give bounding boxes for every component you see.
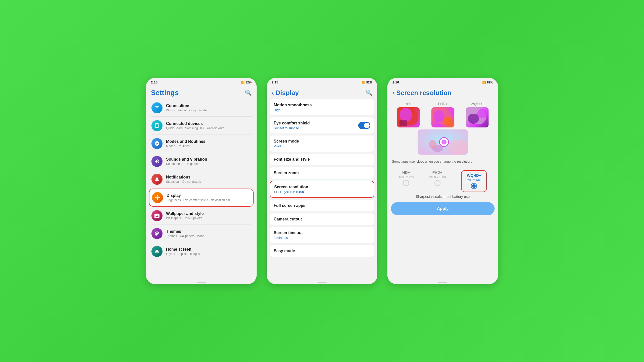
connected-sub: Quick Share · Samsung DeX · Android Auto	[166, 126, 251, 130]
search-icon-2[interactable]: 🔍	[366, 89, 372, 96]
scroll-indicator-3	[387, 281, 498, 284]
wallpaper-icon	[151, 210, 163, 221]
connections-text: Connections Wi-Fi · Bluetooth · Flight m…	[166, 104, 251, 112]
display-camera-item[interactable]: Camera cutout	[270, 213, 374, 225]
display-motion-item[interactable]: Motion smoothness High	[270, 99, 374, 115]
search-icon-1[interactable]: 🔍	[245, 89, 252, 96]
sounds-text: Sounds and vibration Sound mode · Ringto…	[166, 157, 251, 166]
settings-item-sounds[interactable]: Sounds and vibration Sound mode · Ringto…	[149, 153, 254, 170]
status-icons-3: 📶 82%	[482, 81, 493, 84]
settings-item-display[interactable]: Display Brightness · Eye comfort shield …	[149, 189, 254, 207]
motion-name: Motion smoothness	[274, 103, 370, 107]
res-preview-wqhd[interactable]: WQHD+	[466, 102, 489, 127]
connections-icon	[151, 102, 163, 113]
display-zoom-item[interactable]: Screen zoom	[270, 167, 374, 179]
connections-sub: Wi-Fi · Bluetooth · Flight mode	[166, 109, 251, 112]
back-button-res[interactable]: ‹	[392, 89, 395, 97]
signal-icon: 📶	[241, 81, 245, 84]
res-preview-hd[interactable]: HD+	[397, 102, 420, 127]
connected-icon	[151, 120, 163, 131]
svg-point-1	[399, 108, 412, 122]
timeout-sub: 2 minutes	[274, 236, 370, 240]
display-screenmode-item[interactable]: Screen mode Vivid	[270, 135, 374, 152]
resolution-content: HD+ FHD+	[387, 99, 498, 281]
display-eye-item[interactable]: Eye comfort shield Sunset to sunrise	[270, 117, 374, 133]
radio-wqhd[interactable]	[471, 183, 477, 189]
res-fhd-label: FHD+	[438, 102, 448, 106]
display-timeout-item[interactable]: Screen timeout 2 minutes	[270, 227, 374, 243]
display-title: Display	[275, 89, 299, 97]
back-button-display[interactable]: ‹	[272, 89, 274, 97]
resolution-title: Screen resolution	[396, 89, 452, 97]
signal-icon-2: 📶	[361, 81, 365, 84]
status-icons-2: 📶 82%	[361, 81, 372, 84]
settings-header: Settings 🔍	[146, 85, 257, 99]
settings-item-notifications[interactable]: Notifications Status bar · Do not distur…	[149, 171, 254, 188]
svg-point-5	[443, 117, 452, 125]
phone-display: 2:15 📶 82% ‹ Display 🔍 Motion smoothness…	[267, 78, 377, 284]
settings-item-modes[interactable]: Modes and Routines Modes · Routines	[149, 135, 254, 152]
res-preview-fhd[interactable]: FHD+	[431, 102, 454, 127]
scroll-dot-1	[197, 282, 206, 283]
display-fullscreen-item[interactable]: Full screen apps	[270, 200, 374, 211]
svg-rect-2	[399, 120, 407, 126]
wallpaper-sub: Wallpapers · Colour palette	[166, 216, 251, 220]
status-bar-3: 2:16 📶 82%	[387, 78, 498, 85]
home-icon	[151, 246, 163, 257]
battery-2: 82%	[366, 81, 372, 84]
scroll-dot-3	[438, 282, 447, 283]
sounds-name: Sounds and vibration	[166, 157, 251, 162]
res-preview-row: HD+ FHD+	[391, 102, 495, 127]
res-name: Screen resolution	[274, 185, 370, 189]
display-font-item[interactable]: Font size and style	[270, 154, 374, 165]
connected-name: Connected devices	[166, 121, 251, 126]
status-icons-1: 📶 82%	[241, 81, 252, 84]
status-bar-2: 2:15 📶 82%	[267, 78, 377, 85]
sounds-sub: Sound mode · Ringtone	[166, 162, 251, 166]
svg-point-8	[477, 109, 487, 118]
eye-row: Eye comfort shield Sunset to sunrise	[274, 121, 370, 130]
settings-item-home[interactable]: Home screen Layout · App icon badges	[149, 243, 254, 260]
modes-icon	[151, 138, 163, 149]
svg-point-14	[429, 140, 436, 149]
home-text: Home screen Layout · App icon badges	[166, 247, 251, 256]
display-text: Display Brightness · Eye comfort shield …	[167, 193, 251, 202]
res-hd-preview	[397, 107, 420, 127]
radio-hd[interactable]	[403, 180, 409, 186]
apply-button[interactable]: Apply	[391, 202, 495, 215]
signal-icon-3: 📶	[482, 81, 486, 84]
display-sub: Brightness · Eye comfort shield · Naviga…	[167, 198, 251, 202]
svg-point-12	[441, 140, 447, 145]
res-select-wqhd[interactable]: WQHD+ 3200 x 1440	[461, 170, 487, 192]
phone-settings: 2:15 📶 82% Settings 🔍 Connections Wi-Fi …	[146, 78, 257, 284]
res-select-row: HD+ 1600 x 720 FHD+ 2400 x 1080 WQHD+ 32…	[391, 170, 495, 192]
res-select-fhd-label: FHD+	[432, 170, 442, 174]
scroll-indicator-2	[267, 281, 377, 284]
display-resolution-item[interactable]: Screen resolution FHD+ (2400 x 1080)	[270, 181, 374, 198]
wallpaper-text: Wallpaper and style Wallpapers · Colour …	[166, 211, 251, 220]
eye-name: Eye comfort shield	[274, 121, 310, 125]
display-easy-item[interactable]: Easy mode	[270, 245, 374, 257]
res-select-hd[interactable]: HD+ 1600 x 720	[399, 170, 414, 186]
res-select-fhd-sub: 2400 x 1080	[429, 175, 446, 179]
settings-item-wallpaper[interactable]: Wallpaper and style Wallpapers · Colour …	[149, 207, 254, 224]
display-icon	[152, 192, 163, 203]
modes-text: Modes and Routines Modes · Routines	[166, 139, 251, 148]
settings-item-themes[interactable]: Themes Themes · Wallpapers · Icons	[149, 225, 254, 242]
settings-item-connections[interactable]: Connections Wi-Fi · Bluetooth · Flight m…	[149, 99, 254, 117]
display-header: ‹ Display 🔍	[267, 85, 377, 99]
home-name: Home screen	[166, 247, 251, 252]
res-sub: FHD+ (2400 x 1080)	[274, 190, 370, 194]
themes-name: Themes	[166, 229, 251, 234]
sounds-icon	[151, 156, 163, 167]
radio-fhd[interactable]	[434, 180, 440, 186]
res-select-fhd[interactable]: FHD+ 2400 x 1080	[429, 170, 446, 186]
radio-wqhd-inner	[472, 184, 476, 188]
notifications-text: Notifications Status bar · Do not distur…	[166, 175, 251, 184]
themes-text: Themes Themes · Wallpapers · Icons	[166, 229, 251, 238]
fullscreen-name: Full screen apps	[274, 203, 370, 208]
eye-comfort-toggle[interactable]	[358, 122, 370, 129]
svg-point-10	[448, 140, 468, 155]
notifications-icon	[151, 174, 163, 185]
settings-item-connected[interactable]: Connected devices Quick Share · Samsung …	[149, 117, 254, 134]
